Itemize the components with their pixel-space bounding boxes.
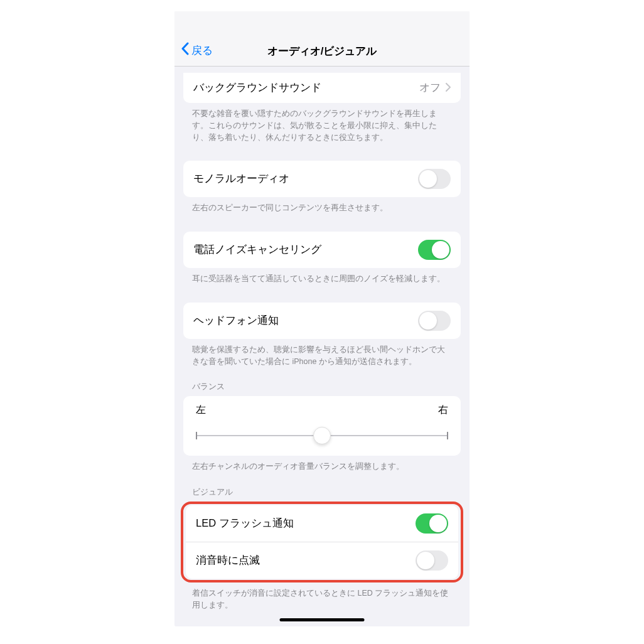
mono-audio-cell: モノラルオーディオ: [183, 161, 461, 197]
navbar: 戻る オーディオ/ビジュアル: [174, 11, 470, 67]
noise-cancel-label: 電話ノイズキャンセリング: [193, 243, 321, 257]
highlight-box: LED フラッシュ通知 消音時に点滅: [181, 502, 463, 582]
flash-on-silent-cell: 消音時に点滅: [186, 542, 458, 579]
led-flash-label: LED フラッシュ通知: [196, 517, 294, 530]
headphone-notify-footer: 聴覚を保護するため、聴覚に影響を与えるほど長い間ヘッドホンで大きな音を聞いていた…: [174, 339, 470, 368]
chevron-left-icon: [181, 42, 189, 58]
chevron-right-icon: [446, 82, 451, 94]
balance-left-label: 左: [196, 404, 206, 417]
noise-cancel-toggle[interactable]: [418, 240, 451, 260]
headphone-notify-toggle[interactable]: [418, 311, 451, 331]
balance-slider-thumb[interactable]: [313, 427, 331, 444]
page-title: オーディオ/ビジュアル: [174, 44, 470, 58]
settings-screen: 戻る オーディオ/ビジュアル バックグラウンドサウンド オフ 不要な雑音を覆い隠…: [174, 11, 470, 626]
visual-footer: 着信スイッチが消音に設定されているときに LED フラッシュ通知を使用します。: [174, 582, 470, 611]
content: バックグラウンドサウンド オフ 不要な雑音を覆い隠すためのバックグラウンドサウン…: [174, 67, 470, 611]
back-button[interactable]: 戻る: [181, 42, 213, 58]
noise-cancel-footer: 耳に受話器を当てて通話しているときに周囲のノイズを軽減します。: [174, 268, 470, 285]
back-label: 戻る: [191, 43, 213, 58]
headphone-notify-cell: ヘッドフォン通知: [183, 303, 461, 339]
led-flash-cell: LED フラッシュ通知: [186, 505, 458, 542]
balance-slider[interactable]: [196, 427, 448, 444]
flash-on-silent-toggle[interactable]: [416, 550, 448, 571]
home-indicator[interactable]: [280, 618, 365, 621]
mono-audio-label: モノラルオーディオ: [193, 172, 289, 186]
mono-audio-toggle[interactable]: [418, 169, 451, 189]
balance-cell: 左 右: [183, 396, 461, 456]
visual-header: ビジュアル: [174, 473, 470, 502]
balance-header: バランス: [174, 367, 470, 396]
background-sounds-label: バックグラウンドサウンド: [193, 81, 321, 95]
noise-cancel-cell: 電話ノイズキャンセリング: [183, 232, 461, 268]
background-sounds-cell[interactable]: バックグラウンドサウンド オフ: [183, 73, 461, 103]
balance-right-label: 右: [438, 404, 448, 417]
background-sounds-footer: 不要な雑音を覆い隠すためのバックグラウンドサウンドを再生します。これらのサウンド…: [174, 103, 470, 143]
headphone-notify-label: ヘッドフォン通知: [193, 314, 279, 328]
flash-on-silent-label: 消音時に点滅: [196, 554, 260, 567]
visual-group: LED フラッシュ通知 消音時に点滅: [186, 505, 458, 579]
balance-footer: 左右チャンネルのオーディオ音量バランスを調整します。: [174, 456, 470, 473]
led-flash-toggle[interactable]: [416, 513, 448, 534]
mono-audio-footer: 左右のスピーカーで同じコンテンツを再生させます。: [174, 197, 470, 214]
background-sounds-value: オフ: [419, 81, 451, 95]
